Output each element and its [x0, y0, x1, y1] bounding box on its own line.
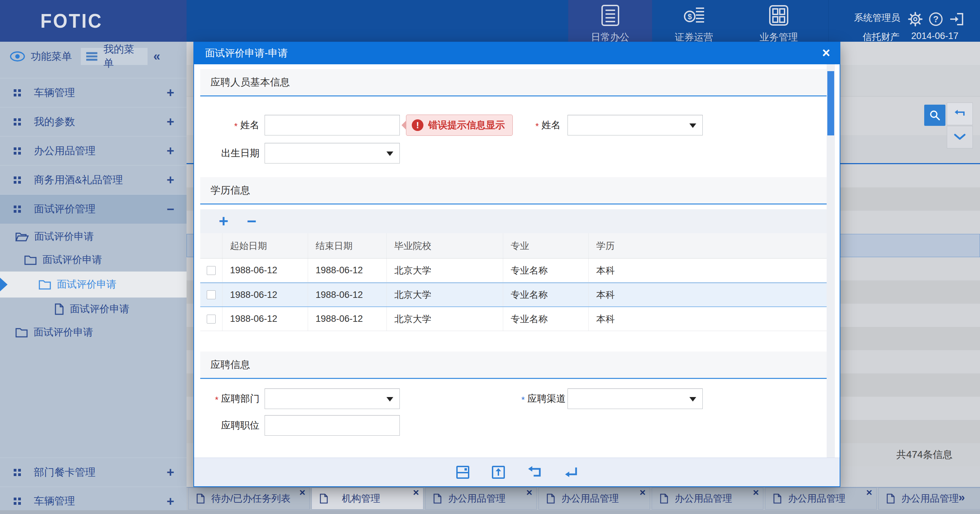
birthdate-dropdown[interactable]	[265, 143, 400, 163]
table-row[interactable]: 1988-06-12 1988-06-12 北京大学 专业名称 本科	[200, 259, 827, 282]
undo-button[interactable]	[527, 465, 542, 479]
required-mark: *	[234, 121, 237, 132]
tab-office-supplies[interactable]: 办公用品管理 ×	[652, 488, 763, 509]
screen: 共474条信息 FOTIC 日常办公 $	[0, 0, 980, 514]
tab-close-icon[interactable]: ×	[640, 487, 646, 498]
tab-close-icon[interactable]: ×	[753, 487, 759, 498]
scrollbar-thumb[interactable]	[827, 71, 834, 135]
folder-icon	[38, 279, 51, 290]
remove-row-button[interactable]: −	[247, 214, 256, 228]
modal-footer	[194, 458, 840, 486]
tab-office-supplies[interactable]: 办公用品管理 ×	[425, 488, 537, 509]
help-button[interactable]: ?	[928, 12, 943, 27]
logout-button[interactable]	[949, 12, 965, 27]
nav-item-securities-ops[interactable]: $ 证券运营	[652, 0, 736, 42]
folder-icon	[24, 254, 37, 265]
error-text: 错误提示信息显示	[428, 119, 505, 132]
tab-function-menu[interactable]: 功能菜单	[5, 48, 77, 65]
reset-search-button[interactable]	[947, 103, 973, 125]
tree-item-interview-application[interactable]: 面试评价申请	[0, 225, 186, 248]
sidebar-tabs: 功能菜单 我的菜单 «	[0, 48, 186, 65]
apply-channel-label: * 应聘渠道	[511, 389, 566, 409]
modal-scrollbar[interactable]	[827, 64, 835, 458]
section-basic-info: 应聘人员基本信息	[200, 69, 827, 97]
name-input[interactable]	[265, 115, 400, 135]
tab-function-menu-label: 功能菜单	[31, 49, 72, 63]
sidebar-item-vehicle-mgmt-2[interactable]: 车辆管理 +	[0, 487, 186, 514]
interview-application-modal: 面试评价申请-申请 × 应聘人员基本信息 * 姓名 ! 错误提示信息显示 * 姓…	[193, 42, 840, 487]
row-checkbox[interactable]	[207, 266, 216, 275]
error-icon: !	[412, 119, 423, 131]
nav-item-daily-office[interactable]: 日常办公	[568, 0, 652, 42]
grip-icon	[14, 89, 21, 97]
apply-channel-dropdown[interactable]	[568, 389, 703, 409]
add-row-button[interactable]: +	[219, 214, 228, 228]
sidebar-item-interview-eval-mgmt[interactable]: 面试评价管理 −	[0, 194, 186, 224]
tab-office-supplies[interactable]: 办公用品管理 ×	[765, 488, 877, 509]
grip-icon	[14, 176, 21, 184]
search-icon	[929, 109, 941, 121]
selection-pointer-icon	[0, 278, 8, 291]
header-checkbox-cell	[200, 233, 223, 258]
expand-icon[interactable]: +	[167, 86, 174, 100]
enter-button[interactable]	[563, 465, 578, 479]
birthdate-label: 出生日期	[208, 143, 259, 163]
collapse-minus-icon[interactable]: −	[167, 202, 174, 216]
tab-org-mgmt[interactable]: 机构管理 ×	[312, 488, 423, 509]
tree-item-interview-application[interactable]: 面试评价申请	[0, 248, 186, 271]
upload-icon	[491, 465, 506, 479]
sidebar-item-my-params[interactable]: 我的参数 +	[0, 107, 186, 136]
name2-dropdown[interactable]	[568, 115, 703, 135]
expand-icon[interactable]: +	[167, 173, 174, 187]
tab-close-icon[interactable]: ×	[413, 487, 419, 498]
tree-item-interview-application-selected[interactable]: 面试评价申请	[0, 271, 186, 298]
row-checkbox[interactable]	[207, 315, 216, 324]
tab-overflow-chevron[interactable]: »	[958, 490, 965, 504]
name2-label: * 姓名	[516, 115, 561, 135]
column-header: 专业	[503, 233, 589, 258]
nav-item-label: 业务管理	[736, 31, 821, 42]
save-button[interactable]	[456, 465, 470, 479]
svg-text:?: ?	[933, 14, 939, 24]
tab-todo-task-list[interactable]: 待办/已办任务列表 ×	[188, 488, 310, 509]
expand-search-button[interactable]	[947, 126, 973, 148]
document-icon	[886, 493, 895, 504]
tab-my-menu[interactable]: 我的菜单	[81, 48, 148, 65]
expand-icon[interactable]: +	[167, 494, 174, 509]
modal-close-icon[interactable]: ×	[822, 46, 830, 60]
sidebar-item-office-supplies[interactable]: 办公用品管理 +	[0, 136, 186, 165]
tree-item-interview-application[interactable]: 面试评价申请	[0, 321, 186, 344]
tab-close-icon[interactable]: ×	[299, 487, 305, 498]
reset-icon	[954, 109, 966, 119]
header-date: 2014-06-17	[911, 31, 958, 41]
tab-close-icon[interactable]: ×	[866, 487, 872, 498]
section-apply-info: 应聘信息	[200, 352, 827, 379]
expand-icon[interactable]: +	[167, 114, 174, 129]
upload-button[interactable]	[491, 465, 506, 479]
sidebar-item-vehicle-mgmt[interactable]: 车辆管理 +	[0, 78, 186, 107]
apply-position-input[interactable]	[265, 415, 400, 436]
logout-icon	[949, 12, 965, 27]
expand-icon[interactable]: +	[167, 144, 174, 158]
help-icon: ?	[928, 12, 943, 27]
settings-button[interactable]	[908, 12, 923, 27]
grip-icon	[14, 148, 21, 155]
column-header: 学历	[589, 233, 827, 258]
search-button[interactable]	[924, 105, 945, 126]
tab-office-supplies[interactable]: 办公用品管理 ×	[538, 488, 650, 509]
app-grid-icon	[768, 4, 789, 27]
sidebar-item-business-wine-gifts[interactable]: 商务用酒&礼品管理 +	[0, 165, 186, 194]
header-divider	[828, 0, 829, 42]
row-checkbox[interactable]	[207, 290, 216, 299]
tree-item-interview-application[interactable]: 面试评价申请	[0, 298, 186, 321]
name-label: * 姓名	[215, 115, 259, 135]
nav-item-business-mgmt[interactable]: 业务管理	[736, 0, 821, 42]
sidebar-collapse-button[interactable]: «	[153, 49, 160, 63]
record-count-text: 共474条信息	[896, 448, 953, 462]
table-row[interactable]: 1988-06-12 1988-06-12 北京大学 专业名称 本科	[200, 307, 827, 331]
table-row-selected[interactable]: 1988-06-12 1988-06-12 北京大学 专业名称 本科	[200, 282, 827, 307]
apply-dept-dropdown[interactable]	[265, 389, 400, 409]
tab-close-icon[interactable]: ×	[526, 487, 532, 498]
sidebar-item-dept-meal-card[interactable]: 部门餐卡管理 +	[0, 458, 186, 487]
expand-icon[interactable]: +	[167, 465, 174, 480]
